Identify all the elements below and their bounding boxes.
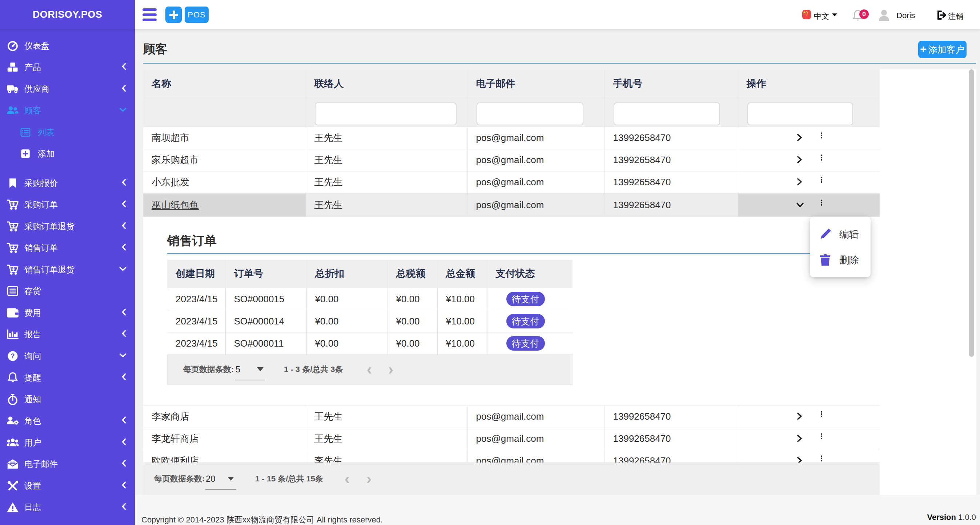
svg-text:?: ? <box>11 352 15 360</box>
